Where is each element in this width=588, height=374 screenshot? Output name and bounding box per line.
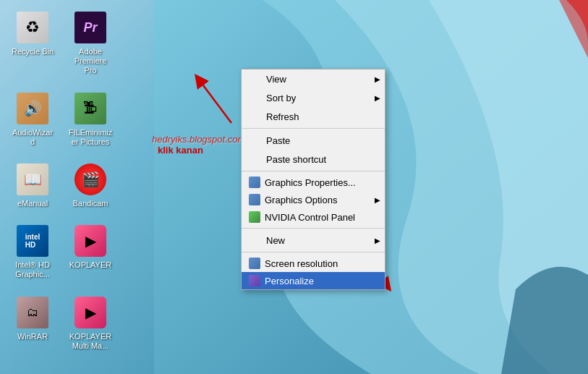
icon-row-1: ♻ Recycle Bin Pr Adobe Premiere Pro [7,7,116,79]
arrow-up-annotation [188,72,246,130]
file-minimizer-icon[interactable]: 🗜 FILEminimizer Pictures [65,88,116,150]
refresh-menu-icon [249,110,262,123]
menu-item-paste-label: Paste [266,135,290,146]
icon-row-2: 🔊 AudioWizard 🗜 FILEminimizer Pictures [7,88,116,150]
screen-resolution-icon [249,258,260,269]
separator-4 [242,252,385,252]
annotation-klik-kanan: klik kanan [158,145,203,156]
desktop: ♻ Recycle Bin Pr Adobe Premiere Pro 🔊 Au… [0,0,588,374]
menu-item-view-label: View [266,74,286,85]
recycle-bin-label: Recycle Bin [12,47,54,56]
menu-item-personalize[interactable]: Personalize [242,272,385,289]
menu-item-refresh[interactable]: Refresh [242,107,385,126]
icon-row-4: intelHD Intel® HD Graphic... ▶ KOPLAYER [7,221,116,282]
menu-item-graphics-properties[interactable]: Graphics Properties... [242,174,385,191]
koplayer2-label: KOPLAYER Multi Ma... [68,332,113,351]
separator-1 [242,128,385,129]
audio-wizard-label: AudioWizard [10,128,55,147]
bandicam-label: Bandicam [73,199,108,208]
menu-item-personalize-label: Personalize [265,276,314,286]
personalize-icon [249,275,260,286]
koplayer-label: KOPLAYER [69,260,112,270]
menu-item-sort-by[interactable]: Sort by ▶ [242,88,385,107]
bandicam-icon[interactable]: 🎬 Bandicam [65,159,116,211]
menu-item-view[interactable]: View ▶ [242,69,385,88]
menu-item-screen-resolution-label: Screen resolution [265,258,338,269]
paste-shortcut-menu-icon [249,153,262,166]
menu-item-paste-shortcut-label: Paste shortcut [266,154,326,165]
desktop-icons-area: ♻ Recycle Bin Pr Adobe Premiere Pro 🔊 Au… [0,0,123,367]
icon-row-3: 📖 eManual 🎬 Bandicam [7,159,116,211]
audio-wizard-icon[interactable]: 🔊 AudioWizard [7,88,58,150]
menu-item-paste[interactable]: Paste [242,131,385,150]
intel-hd-icon[interactable]: intelHD Intel® HD Graphic... [7,221,58,282]
winrar-icon[interactable]: 🗂 WinRAR [7,292,58,354]
icon-row-5: 🗂 WinRAR ▶ KOPLAYER Multi Ma... [7,292,116,354]
separator-2 [242,171,385,171]
view-submenu-arrow: ▶ [375,75,380,83]
new-submenu-arrow: ▶ [375,237,380,245]
menu-item-graphics-properties-label: Graphics Properties... [265,177,356,188]
recycle-bin-icon[interactable]: ♻ Recycle Bin [7,7,58,79]
adobe-premiere-icon[interactable]: Pr Adobe Premiere Pro [65,7,116,79]
watermark-text: hedryiks.blogspot.com [152,134,245,145]
nvidia-icon [249,211,260,223]
winrar-label: WinRAR [17,332,48,341]
menu-item-graphics-options[interactable]: Graphics Options ▶ [242,191,385,208]
menu-item-new[interactable]: New ▶ [242,231,385,250]
emanual-label: eManual [17,199,48,208]
menu-item-nvidia[interactable]: NVIDIA Control Panel [242,208,385,226]
menu-item-screen-resolution[interactable]: Screen resolution [242,255,385,272]
koplayer-icon[interactable]: ▶ KOPLAYER [65,221,116,282]
koplayer2-icon[interactable]: ▶ KOPLAYER Multi Ma... [65,292,116,354]
svg-line-2 [199,80,231,123]
paste-menu-icon [249,134,262,147]
menu-item-refresh-label: Refresh [266,111,299,122]
menu-item-sort-by-label: Sort by [266,93,296,103]
intel-hd-label: Intel® HD Graphic... [10,260,55,279]
menu-item-nvidia-label: NVIDIA Control Panel [265,212,355,223]
graphics-options-icon [249,194,260,205]
sort-by-menu-icon [249,91,262,104]
emanual-icon[interactable]: 📖 eManual [7,159,58,211]
sort-by-submenu-arrow: ▶ [375,94,380,102]
view-menu-icon [249,72,262,85]
menu-item-paste-shortcut[interactable]: Paste shortcut [242,150,385,169]
file-minimizer-label: FILEminimizer Pictures [68,128,113,147]
separator-3 [242,228,385,229]
adobe-premiere-label: Adobe Premiere Pro [68,47,113,76]
graphics-properties-icon [249,177,260,188]
menu-item-new-label: New [266,235,285,246]
new-menu-icon [249,234,262,247]
context-menu: View ▶ Sort by ▶ Refresh Paste Paste sho… [241,69,385,290]
menu-item-graphics-options-label: Graphics Options [265,195,337,205]
graphics-options-submenu-arrow: ▶ [375,196,380,204]
